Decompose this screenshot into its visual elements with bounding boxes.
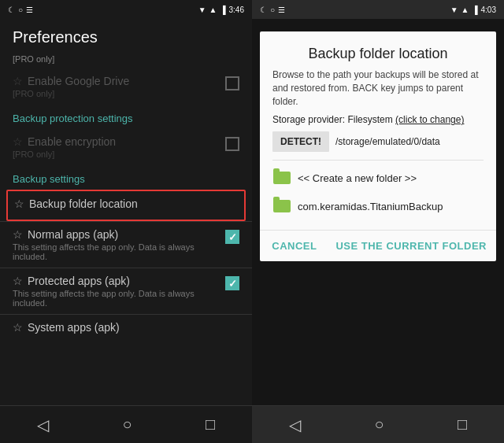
pref-item-encryption[interactable]: ☆ Enable encryption [PRO only] (0, 129, 252, 165)
star-protected-apps: ☆ (13, 275, 23, 287)
battery-icon: ▐ (220, 6, 225, 14)
time-right: 4:03 (481, 6, 496, 14)
pref-protected-apps-title: ☆ Protected apps (apk) (13, 275, 225, 287)
pref-backup-folder-text: ☆ Backup folder location (14, 198, 238, 210)
dialog-backup-folder: Backup folder location Browse to the pat… (260, 31, 496, 261)
wifi-icon: ▲ (209, 6, 217, 14)
detect-button[interactable]: DETECT! (272, 131, 329, 152)
pref-item-protected-apps[interactable]: ☆ Protected apps (apk) This setting affe… (0, 268, 252, 314)
back-nav-icon[interactable]: ◁ (37, 415, 49, 434)
folder-icon-titanium (272, 198, 291, 214)
right-status-icons: ☾ ○ ☰ (260, 6, 285, 14)
pref-item-google-drive[interactable]: ☆ Enable Google Drive [PRO only] (0, 68, 252, 105)
pref-system-apps-title: ☆ System apps (apk) (13, 321, 239, 334)
right-menu-icon: ☰ (278, 6, 285, 14)
star-google-drive: ☆ (13, 75, 23, 87)
dialog-body: Browse to the path your backups will be … (260, 68, 496, 227)
pref-item-backup-folder[interactable]: ☆ Backup folder location (6, 190, 246, 221)
pref-protected-apps-subtitle: This setting affects the app only. Data … (13, 289, 225, 308)
status-bar-right: ☾ ○ ☰ ▼ ▲ ▐ 4:03 (252, 0, 504, 19)
recents-nav-icon[interactable]: □ (206, 415, 215, 434)
home-nav-icon[interactable]: ○ (122, 415, 132, 434)
right-signal-icon: ▼ (450, 6, 458, 14)
scroll-content: [PRO only] ☆ Enable Google Drive [PRO on… (0, 53, 252, 405)
right-back-nav-icon[interactable]: ◁ (289, 415, 301, 434)
use-current-button[interactable]: USE THE CURRENT FOLDER (332, 237, 490, 255)
folder-icon-new (272, 170, 291, 186)
left-status-icons: ☾ ○ ☰ (8, 6, 33, 14)
folder-label-titanium: com.keramidas.TitaniumBackup (298, 201, 443, 212)
right-recents-nav-icon[interactable]: □ (458, 415, 467, 434)
left-panel: ☾ ○ ☰ ▼ ▲ ▐ 3:46 Preferences [PRO only] … (0, 0, 252, 443)
pref-item-system-apps[interactable]: ☆ System apps (apk) (0, 315, 252, 346)
pref-normal-apps-title: ☆ Normal apps (apk) (13, 228, 225, 241)
star-encryption: ☆ (13, 135, 23, 148)
section-header-backup-protection: Backup protection settings (0, 105, 252, 129)
star-backup-folder: ☆ (14, 198, 24, 210)
pref-protected-apps-text: ☆ Protected apps (apk) This setting affe… (13, 275, 225, 308)
time-left: 3:46 (229, 6, 244, 14)
folder-item-titanium[interactable]: com.keramidas.TitaniumBackup (272, 192, 484, 220)
dialog-actions: CANCEL USE THE CURRENT FOLDER (260, 230, 496, 261)
left-status-right-icons: ▼ ▲ ▐ 3:46 (198, 6, 244, 14)
signal-icon: ▼ (198, 6, 206, 14)
right-home-nav-icon[interactable]: ○ (374, 415, 384, 434)
right-status-right-icons: ▼ ▲ ▐ 4:03 (450, 6, 496, 14)
section-header-backup-settings: Backup settings (0, 165, 252, 190)
pref-google-drive-text: ☆ Enable Google Drive [PRO only] (13, 75, 225, 98)
path-text: /storage/emulated/0/data (335, 136, 440, 147)
pref-item-normal-apps[interactable]: ☆ Normal apps (apk) This setting affects… (0, 222, 252, 268)
divider-dialog (272, 160, 484, 161)
pref-encryption-subtitle: [PRO only] (13, 150, 225, 159)
right-wifi-icon: ▲ (461, 6, 469, 14)
folder-label-new: << Create a new folder >> (298, 172, 417, 184)
star-system-apps: ☆ (13, 321, 23, 334)
right-battery-icon: ▐ (472, 6, 477, 14)
right-panel: ☾ ○ ☰ ▼ ▲ ▐ 4:03 Backup folder location … (252, 0, 504, 443)
checkbox-protected-apps[interactable] (225, 275, 239, 290)
pref-encryption-title: ☆ Enable encryption (13, 135, 225, 148)
pref-google-drive-subtitle: [PRO only] (13, 89, 225, 98)
folder-shape-titanium (273, 200, 291, 212)
cancel-button[interactable]: CANCEL (269, 237, 320, 255)
checkbox-protected-apps-box[interactable] (225, 276, 239, 290)
right-circle-icon: ○ (270, 6, 275, 14)
checkbox-encryption-box[interactable] (225, 137, 239, 151)
storage-provider-text: Storage provider: Filesystem (272, 114, 393, 125)
folder-list: << Create a new folder >> com.keramidas.… (272, 164, 484, 220)
checkbox-normal-apps[interactable] (225, 228, 239, 244)
menu-icon: ☰ (26, 6, 33, 14)
pref-encryption-text: ☆ Enable encryption [PRO only] (13, 135, 225, 159)
star-normal-apps: ☆ (13, 228, 23, 241)
right-moon-icon: ☾ (260, 6, 267, 14)
storage-provider-row: Storage provider: Filesystem (click to c… (272, 114, 484, 125)
page-title: Preferences (0, 19, 252, 53)
moon-icon: ☾ (8, 6, 15, 14)
circle-icon: ○ (18, 6, 23, 14)
pref-normal-apps-text: ☆ Normal apps (apk) This setting affects… (13, 228, 225, 261)
pref-normal-apps-subtitle: This setting affects the app only. Data … (13, 242, 225, 261)
checkbox-google-drive[interactable] (225, 75, 239, 90)
pref-system-apps-text: ☆ System apps (apk) (13, 321, 239, 334)
folder-shape-new (273, 172, 291, 184)
detect-row: DETECT! /storage/emulated/0/data (272, 131, 484, 152)
pref-google-drive-title: ☆ Enable Google Drive (13, 75, 225, 87)
folder-item-new[interactable]: << Create a new folder >> (272, 164, 484, 192)
pref-backup-folder-title: ☆ Backup folder location (14, 198, 238, 210)
status-bar-left: ☾ ○ ☰ ▼ ▲ ▐ 3:46 (0, 0, 252, 19)
pro-only-top: [PRO only] (0, 53, 252, 68)
checkbox-normal-apps-box[interactable] (225, 230, 239, 244)
right-nav-bar: ◁ ○ □ (252, 405, 504, 443)
checkbox-encryption[interactable] (225, 135, 239, 151)
left-nav-bar: ◁ ○ □ (0, 405, 252, 443)
storage-provider-link[interactable]: (click to change) (395, 114, 464, 125)
dialog-description: Browse to the path your backups will be … (272, 68, 484, 108)
dialog-title: Backup folder location (260, 31, 496, 68)
checkbox-google-drive-box[interactable] (225, 76, 239, 90)
